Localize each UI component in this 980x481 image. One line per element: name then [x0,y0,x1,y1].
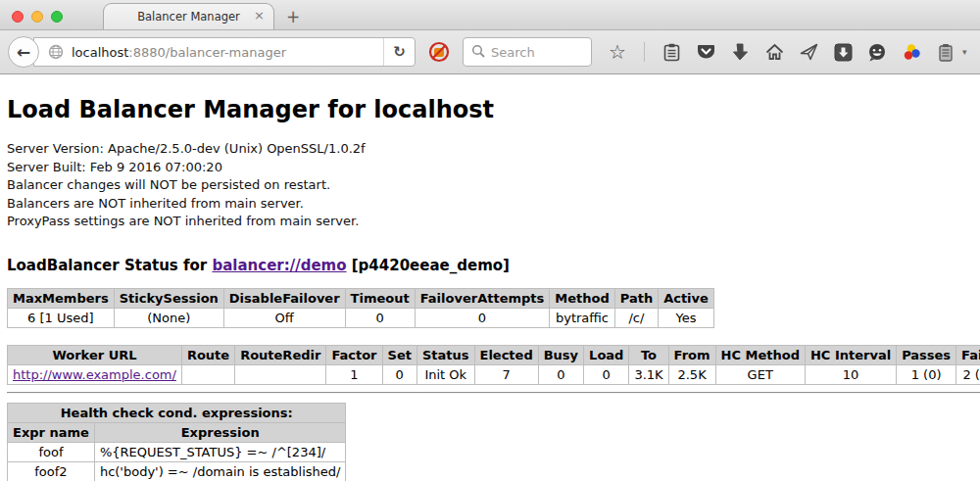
table-header-row: Worker URL Route RouteRedir Factor Set S… [8,345,980,364]
cell-expr-name: foof2 [8,461,95,481]
pocket-icon[interactable] [696,42,715,62]
cell-routeredir [235,364,326,384]
cell-from: 2.5K [668,364,715,384]
balancers-notice-line: Balancers are NOT inherited from main se… [7,195,980,214]
col-hc-method: HC Method [715,345,805,364]
page-title: Load Balancer Manager for localhost [7,96,980,123]
toolbar-icons: ☆ ▾ [608,42,967,62]
col-passes: Passes [897,345,956,364]
cell-path: /c/ [614,308,658,327]
proxypass-notice-line: ProxyPass settings are NOT inherited fro… [7,213,980,231]
cell-expr-name: foof [8,442,95,461]
server-version-line: Server Version: Apache/2.5.0-dev (Unix) … [7,140,980,159]
server-info: Server Version: Apache/2.5.0-dev (Unix) … [7,140,980,231]
cell-hc-method: GET [715,364,805,384]
addon-download-icon[interactable] [833,42,853,62]
cell-set: 0 [382,364,416,384]
persist-notice-line: Balancer changes will NOT be persisted o… [7,176,980,195]
cell-route [181,364,234,384]
home-icon[interactable] [764,42,784,62]
col-to: To [629,345,668,364]
col-expression: Expression [94,422,346,442]
addon-dropdown-caret-icon[interactable]: ▾ [962,47,967,57]
cell-worker-url: http://www.example.com/ [8,364,182,384]
new-tab-button[interactable]: + [286,9,300,25]
col-from: From [668,345,715,364]
col-route: Route [181,345,234,364]
loadbalancer-status-heading: LoadBalancer Status for balancer://demo … [7,257,980,274]
reading-list-clipboard-icon[interactable] [662,42,681,62]
col-factor: Factor [326,345,382,364]
tab-title: Balancer Manager [137,10,240,24]
col-busy: Busy [538,345,583,364]
chat-smiley-icon[interactable] [867,42,887,62]
col-expr-name: Expr name [8,422,95,442]
table-header-row: Expr name Expression [8,422,346,442]
reload-button[interactable]: ↻ [383,38,415,66]
back-button[interactable]: ← [8,36,39,68]
bookmark-star-icon[interactable]: ☆ [608,42,627,62]
col-load: Load [584,345,629,364]
cell-load: 0 [584,364,629,384]
col-failoverattempts: FailoverAttempts [415,288,550,308]
search-icon [471,43,485,62]
col-stickysession: StickySession [114,288,223,308]
col-elected: Elected [474,345,538,364]
balancer-demo-link[interactable]: balancer://demo [212,257,346,274]
globe-icon [48,44,64,60]
cell-method: bytraffic [550,308,614,327]
browser-tab[interactable]: Balancer Manager × [103,3,274,29]
worker-url-link[interactable]: http://www.example.com/ [13,367,176,382]
col-timeout: Timeout [345,288,415,308]
search-input[interactable] [491,45,579,60]
table-title-row: Health check cond. expressions: [8,403,346,422]
browser-titlebar: Balancer Manager × + [0,0,980,30]
table-row: foof2 hc('body') =~ /domain is establish… [8,461,346,481]
col-active: Active [659,288,714,308]
video-downloadhelper-icon[interactable] [902,42,921,62]
window-close-button[interactable] [12,11,24,23]
cell-status: Init Ok [416,364,474,384]
cell-maxmembers: 6 [1 Used] [8,308,115,327]
tab-close-icon[interactable]: × [254,9,265,22]
divider [7,392,980,394]
cell-expression: %{REQUEST_STATUS} =~ /^[234]/ [94,442,346,461]
flashblock-addon-icon[interactable] [427,40,451,64]
browser-navbar: ← localhost:8880/balancer-manager ↻ ☆ [0,30,980,74]
status-heading-suffix: [p4420eeae_demo] [347,257,510,274]
clipper-addon-icon[interactable] [936,42,956,62]
col-set: Set [382,345,416,364]
window-zoom-button[interactable] [51,11,63,23]
cell-factor: 1 [326,364,382,384]
table-row: 6 [1 Used] (None) Off 0 0 bytraffic /c/ … [8,308,714,327]
cell-timeout: 0 [345,308,415,327]
col-worker-url: Worker URL [8,345,182,364]
col-routeredir: RouteRedir [235,345,326,364]
cell-expression: hc('body') =~ /domain is established/ [94,461,346,481]
hc-table-title: Health check cond. expressions: [8,403,346,422]
server-built-line: Server Built: Feb 9 2016 07:00:20 [7,159,980,177]
back-arrow-icon: ← [17,42,30,62]
url-text[interactable]: localhost:8880/balancer-manager [72,45,383,60]
downloads-icon[interactable] [730,42,750,62]
page-content: Load Balancer Manager for localhost Serv… [0,96,980,481]
cell-failoverattempts: 0 [415,308,550,327]
status-heading-prefix: LoadBalancer Status for [7,257,212,274]
url-bar[interactable]: localhost:8880/balancer-manager ↻ [33,37,416,67]
health-check-table: Health check cond. expressions: Expr nam… [7,403,346,481]
search-bar[interactable] [463,37,592,67]
table-row: foof %{REQUEST_STATUS} =~ /^[234]/ [8,442,346,461]
url-domain: localhost [72,45,128,60]
cell-elected: 7 [474,364,538,384]
cell-passes: 1 (0) [897,364,956,384]
col-path: Path [614,288,658,308]
reload-icon: ↻ [393,43,406,61]
cell-stickysession: (None) [114,308,223,327]
window-minimize-button[interactable] [31,11,43,23]
col-fails: Fails [956,345,980,364]
cell-disablefailover: Off [223,308,345,327]
cell-to: 3.1K [629,364,668,384]
balancer-settings-table: MaxMembers StickySession DisableFailover… [7,288,714,328]
send-paper-plane-icon[interactable] [799,42,818,62]
worker-status-table: Worker URL Route RouteRedir Factor Set S… [7,345,980,385]
